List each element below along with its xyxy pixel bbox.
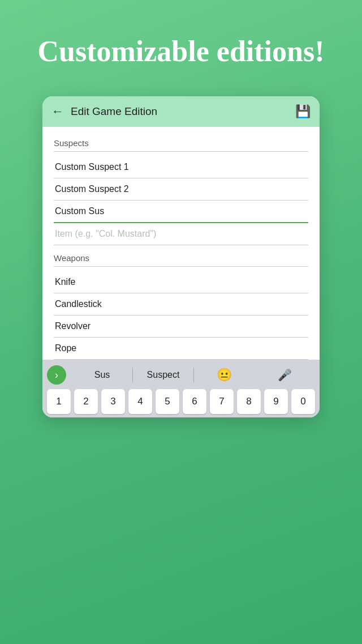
suspect-input-2[interactable] bbox=[54, 178, 308, 201]
suspect-input-1[interactable] bbox=[54, 156, 308, 178]
suspects-divider bbox=[54, 151, 308, 152]
list-item bbox=[54, 293, 308, 315]
suspects-label: Suspects bbox=[54, 138, 308, 148]
keyboard-suggestion-1[interactable]: Sus bbox=[72, 368, 133, 382]
keyboard-bar: › Sus Suspect 😐 🎤 1 2 3 4 5 6 7 8 9 0 bbox=[42, 360, 320, 417]
weapons-divider bbox=[54, 266, 308, 267]
kb-key-2[interactable]: 2 bbox=[74, 389, 98, 414]
list-item bbox=[54, 178, 308, 201]
weapon-input-3[interactable] bbox=[54, 315, 308, 338]
kb-number-row: 1 2 3 4 5 6 7 8 9 0 bbox=[47, 389, 315, 414]
kb-key-3[interactable]: 3 bbox=[101, 389, 125, 414]
weapons-label: Weapons bbox=[54, 253, 308, 263]
weapon-input-2[interactable] bbox=[54, 293, 308, 315]
back-button[interactable]: ← bbox=[51, 104, 64, 119]
app-header: ← Edit Game Edition 💾 bbox=[42, 96, 320, 127]
weapon-input-4[interactable] bbox=[54, 338, 308, 360]
kb-key-7[interactable]: 7 bbox=[210, 389, 234, 414]
keyboard-suggestion-2[interactable]: Suspect bbox=[133, 368, 194, 382]
kb-key-8[interactable]: 8 bbox=[237, 389, 261, 414]
keyboard-suggestions: › Sus Suspect 😐 🎤 bbox=[47, 365, 315, 385]
hero-title: Customizable editions! bbox=[38, 34, 325, 69]
kb-key-9[interactable]: 9 bbox=[264, 389, 288, 414]
keyboard-rows: 1 2 3 4 5 6 7 8 9 0 bbox=[47, 389, 315, 414]
list-item bbox=[54, 271, 308, 293]
phone-card: ← Edit Game Edition 💾 Suspects Weapons bbox=[42, 96, 320, 417]
suspects-section: Suspects bbox=[54, 138, 308, 245]
kb-key-5[interactable]: 5 bbox=[156, 389, 179, 414]
list-item bbox=[54, 315, 308, 338]
list-item bbox=[54, 223, 308, 245]
kb-key-4[interactable]: 4 bbox=[128, 389, 152, 414]
kb-key-6[interactable]: 6 bbox=[183, 389, 206, 414]
kb-key-1[interactable]: 1 bbox=[47, 389, 71, 414]
page-title: Edit Game Edition bbox=[71, 105, 295, 118]
kb-key-0[interactable]: 0 bbox=[291, 389, 315, 414]
suspect-input-placeholder[interactable] bbox=[54, 223, 308, 245]
list-item bbox=[54, 156, 308, 178]
save-button[interactable]: 💾 bbox=[295, 104, 311, 119]
suspect-input-3[interactable] bbox=[54, 201, 308, 223]
list-item bbox=[54, 201, 308, 223]
app-content: Suspects Weapons bbox=[42, 127, 320, 360]
keyboard-emoji-suggestion[interactable]: 😐 bbox=[194, 368, 255, 382]
weapons-section: Weapons bbox=[54, 253, 308, 360]
keyboard-send-button[interactable]: › bbox=[47, 365, 66, 385]
keyboard-mic-icon[interactable]: 🎤 bbox=[255, 368, 315, 382]
weapon-input-1[interactable] bbox=[54, 271, 308, 293]
list-item bbox=[54, 338, 308, 360]
